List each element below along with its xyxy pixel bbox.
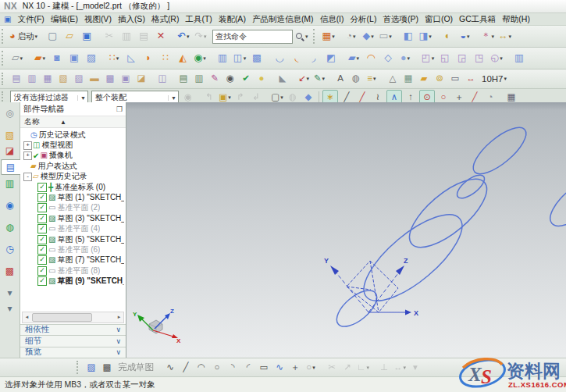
details-section[interactable]: 细节∨	[20, 335, 126, 347]
datum-snap-button[interactable]: ＊▾	[480, 29, 496, 45]
line-button[interactable]: ╱	[179, 361, 193, 375]
weld-assistant-button[interactable]: ◣	[276, 72, 290, 86]
menu-item[interactable]: 窗口(O)	[422, 14, 456, 25]
sphere-tool-button[interactable]: ●	[255, 72, 269, 86]
window-layout-button[interactable]: ▦▾	[321, 29, 336, 45]
hd3d-tools-button[interactable]: ◉	[2, 198, 18, 212]
resource-expand-button[interactable]: ▾	[2, 286, 18, 300]
tree-item[interactable]: ✓▭基准平面 (8)	[20, 265, 126, 276]
csv-export-button[interactable]: ▤	[176, 72, 190, 86]
constraint-navigator-button[interactable]: ◪	[2, 144, 18, 158]
tree-item[interactable]: +◫模型视图	[20, 140, 126, 150]
undock-panel-icon[interactable]: ❐	[116, 105, 123, 113]
gc-toolbox-button[interactable]: ◪	[134, 72, 148, 86]
arc-three-point-button[interactable]: ◜	[241, 361, 255, 375]
tree-item[interactable]: ✓╋基准坐标系 (0)	[20, 182, 126, 192]
bounded-plane-button[interactable]: ▰▾	[346, 51, 361, 66]
mirror-feature-button[interactable]: ◭	[175, 51, 190, 66]
tree-item[interactable]: ✓▨草图 (3) "SKETCH_(	[20, 213, 126, 223]
edge-blend-button[interactable]: ◗	[141, 51, 156, 66]
tree-item[interactable]: ✓▨草图 (9) "SKETCH_	[20, 276, 126, 286]
monitor-button[interactable]: ▭	[448, 72, 462, 86]
gc-toolbox-button[interactable]: ▤	[9, 72, 23, 86]
part-navigator-button[interactable]: ▤	[1, 159, 20, 175]
intersect-button[interactable]: ◲	[454, 51, 470, 66]
toolbar-drag-handle[interactable]	[2, 29, 6, 44]
ruler-check-button[interactable]: ≡▾	[365, 72, 379, 86]
binoculars-button[interactable]: ◉	[223, 72, 237, 86]
toolbar-drag-handle[interactable]	[313, 29, 318, 44]
tolerance-10h7-icon[interactable]: 10H7▾	[479, 72, 509, 86]
open-button[interactable]: ▱	[62, 29, 77, 45]
groove-button[interactable]: ▥	[511, 51, 527, 66]
arc-two-point-button[interactable]: ◝	[226, 361, 240, 375]
thicken-button[interactable]: ▩	[249, 51, 265, 66]
curve-surface-button[interactable]: ◠	[363, 51, 379, 66]
boss-button[interactable]: ▣	[66, 51, 82, 66]
menu-item[interactable]: 装配(A)	[215, 14, 249, 25]
preview-section[interactable]: 预览∨	[20, 347, 126, 358]
tree-item[interactable]: ✓▨草图 (5) "SKETCH_(	[20, 234, 126, 244]
web-browser-button[interactable]: ◍	[2, 220, 18, 234]
tree-item[interactable]: ✓▨草图 (7) "SKETCH_(	[20, 255, 126, 265]
tree-item[interactable]: -▱模型历史记录	[20, 172, 126, 182]
draft-button[interactable]: ◺	[123, 51, 139, 66]
checkbox-checked-icon[interactable]: ✓	[37, 245, 47, 255]
datum-axes-button[interactable]: ↙▾	[297, 72, 311, 86]
rectangle-button[interactable]: ▭	[257, 361, 271, 375]
gc-toolbox-button[interactable]: ▨	[72, 72, 86, 86]
checkbox-checked-icon[interactable]: ✓	[37, 214, 47, 223]
roles-button[interactable]: ▩	[2, 264, 18, 278]
pmi-button[interactable]: ◉▾	[192, 51, 208, 66]
checkbox-checked-icon[interactable]: ✓	[37, 224, 47, 233]
new-file-button[interactable]: ▢	[44, 29, 60, 45]
resource-collapse-button[interactable]: ▾	[2, 301, 18, 315]
triangle-tool-button[interactable]: △	[386, 72, 400, 86]
reuse-library-button[interactable]: ▥	[2, 176, 18, 191]
spreadsheet-button[interactable]: ▦	[401, 72, 415, 86]
menu-item[interactable]: 分析(L)	[347, 14, 380, 25]
expand-icon[interactable]: +	[23, 151, 32, 160]
collapse-icon[interactable]: -	[23, 173, 32, 181]
tree-item[interactable]: ▰用户表达式	[20, 161, 126, 171]
gc-toolbox-button[interactable]: ▧	[56, 72, 70, 86]
save-button[interactable]: ▣	[79, 29, 94, 45]
folder-new-button[interactable]: ▰	[417, 72, 431, 86]
tree-column-header[interactable]: 名称 ▲	[20, 116, 126, 128]
sphere-button[interactable]: ●▾	[397, 51, 413, 66]
tree-item[interactable]: +✔▣摄像机	[20, 151, 126, 161]
text-tool-button[interactable]: A	[333, 72, 347, 86]
assembly-navigator-button[interactable]: ▧	[2, 128, 18, 142]
dimension-button[interactable]: ↔	[464, 72, 478, 86]
gc-toolbox-button[interactable]: ▦	[41, 72, 55, 86]
split-body-button[interactable]: ◵▾	[489, 51, 504, 66]
role-palette-button[interactable]: ◐	[440, 29, 456, 45]
expand-icon[interactable]: +	[23, 141, 32, 150]
offset-surface-button[interactable]: ◡	[272, 51, 287, 66]
rotate-view-button[interactable]: ◔▾	[344, 29, 359, 45]
circle-button[interactable]: ○	[210, 361, 224, 375]
sew-button[interactable]: ◞	[306, 51, 322, 66]
view-pane-button[interactable]: ▭▾	[378, 29, 393, 45]
csv-import-button[interactable]: ▥	[192, 72, 206, 86]
gc-toolbox-button[interactable]: ▣	[119, 72, 133, 86]
pocket-button[interactable]: ▨	[84, 51, 99, 66]
subtract-button[interactable]: ◱	[437, 51, 453, 66]
checkbox-checked-icon[interactable]: ✓	[37, 183, 47, 192]
checkbox-checked-icon[interactable]: ✓	[37, 235, 47, 244]
tree-item[interactable]: ✓▭基准平面 (2)	[20, 203, 126, 213]
move-face-button[interactable]: ◧	[400, 29, 416, 45]
viewport-canvas[interactable]: X Z Y Y Z X	[126, 102, 566, 358]
tree-item[interactable]: ◷历史记录模式	[20, 130, 126, 140]
scroll-left-icon[interactable]: ◂	[23, 314, 31, 320]
shaded-view-button[interactable]: ◆▾	[361, 29, 376, 45]
menu-item[interactable]: 插入(S)	[115, 14, 148, 25]
checkbox-checked-icon[interactable]: ✓	[37, 276, 47, 286]
delete-button[interactable]: ✕	[153, 29, 169, 45]
menu-item[interactable]: 格式(R)	[148, 14, 183, 25]
dependencies-section[interactable]: 相依性∨	[20, 324, 126, 336]
checkbox-checked-icon[interactable]: ✓	[37, 255, 47, 265]
show-hide-button[interactable]: ◒▾	[457, 29, 473, 45]
measure-distance-button[interactable]: ↔▾	[497, 29, 513, 45]
trim-body-button[interactable]: ◳	[472, 51, 487, 66]
